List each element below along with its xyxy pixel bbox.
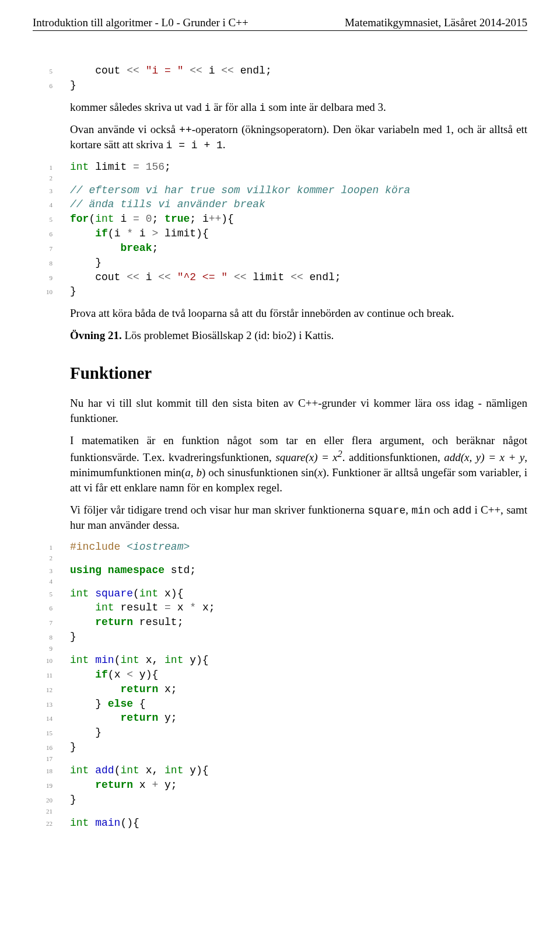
line-number: 5 xyxy=(33,215,70,224)
code-line: 7 return result; xyxy=(33,615,527,630)
code-content: #include <iostream> xyxy=(70,540,190,554)
paragraph-3: Prova att köra båda de två looparna så a… xyxy=(70,306,527,321)
code-content: } xyxy=(70,256,102,270)
line-number: 7 xyxy=(33,619,70,627)
code-line: 7 break; xyxy=(33,241,527,256)
code-line: 2 xyxy=(33,554,527,563)
code-content: // ända tills vi använder break xyxy=(70,197,265,212)
line-number: 14 xyxy=(33,714,70,723)
line-number: 5 xyxy=(33,67,70,76)
code-line: 21 xyxy=(33,807,527,816)
text: , xyxy=(405,504,411,516)
paragraph-1: kommer således skriva ut vad i är för al… xyxy=(70,100,527,115)
code-line: 4 xyxy=(33,577,527,586)
text: som inte är delbara med 3. xyxy=(266,101,386,113)
text: . xyxy=(223,138,226,151)
header-right: Matematikgymnasiet, Läsåret 2014-2015 xyxy=(345,16,527,29)
code-block-2: 1int limit = 156;23// eftersom vi har tr… xyxy=(33,160,527,299)
line-number: 4 xyxy=(33,577,70,586)
line-number: 15 xyxy=(33,729,70,738)
section-heading-funktioner: Funktioner xyxy=(70,364,527,383)
line-number: 6 xyxy=(33,604,70,613)
math: sin(x) xyxy=(301,466,326,479)
code-line: 9 xyxy=(33,644,527,653)
code-line: 10int min(int x, int y){ xyxy=(33,653,527,668)
code-content: return result; xyxy=(70,615,183,630)
math: add(x, y) = x + y xyxy=(444,452,524,464)
line-number: 9 xyxy=(33,644,70,653)
code-content: } xyxy=(70,740,76,755)
code-content: break; xyxy=(70,241,158,256)
code-content: return x; xyxy=(70,682,177,697)
inline-code: i xyxy=(205,102,211,114)
math: square(x) = x xyxy=(275,452,337,464)
code-content: } xyxy=(70,725,102,740)
line-number: 19 xyxy=(33,781,70,790)
code-content: } xyxy=(70,78,76,93)
code-line: 5for(int i = 0; true; i++){ xyxy=(33,212,527,226)
inline-code: i xyxy=(260,102,266,114)
text: och xyxy=(430,504,453,516)
text: kommer således skriva ut vad xyxy=(70,101,205,113)
code-line: 10} xyxy=(33,284,527,299)
code-content: if(x < y){ xyxy=(70,668,158,682)
code-line: 1#include <iostream> xyxy=(33,540,527,554)
line-number: 8 xyxy=(33,259,70,268)
page: Introduktion till algoritmer - L0 - Grun… xyxy=(0,0,560,861)
code-content: for(int i = 0; true; i++){ xyxy=(70,212,234,226)
text: och sinusfunktionen xyxy=(205,466,301,479)
code-content: } xyxy=(70,793,76,807)
line-number: 21 xyxy=(33,807,70,816)
line-number: 22 xyxy=(33,819,70,828)
math-sup: 2 xyxy=(338,449,342,459)
header-left: Introduktion till algoritmer - L0 - Grun… xyxy=(33,16,249,29)
code-line: 19 return x + y; xyxy=(33,778,527,793)
code-content: } xyxy=(70,630,76,644)
line-number: 4 xyxy=(33,201,70,210)
paragraph-5: I matematiken är en funktion något som t… xyxy=(70,433,527,495)
code-line: 5int square(int x){ xyxy=(33,587,527,601)
exercise-text: Lös problemet Biosällskap 2 (id: bio2) i… xyxy=(122,329,334,341)
code-line: 2 xyxy=(33,174,527,183)
code-line: 14 return y; xyxy=(33,711,527,725)
paragraph-2: Ovan använde vi också ++-operatorn (ökni… xyxy=(70,122,527,153)
code-line: 11 if(x < y){ xyxy=(33,668,527,682)
line-number: 10 xyxy=(33,657,70,665)
code-line: 1int limit = 156; xyxy=(33,160,527,174)
code-content: cout << "i = " << i << endl; xyxy=(70,64,272,78)
line-number: 10 xyxy=(33,288,70,296)
code-line: 18int add(int x, int y){ xyxy=(33,763,527,778)
paragraph-6: Vi följer vår tidigare trend och visar h… xyxy=(70,502,527,533)
code-content: int min(int x, int y){ xyxy=(70,653,209,668)
line-number: 2 xyxy=(33,174,70,183)
code-line: 3using namespace std; xyxy=(33,563,527,578)
line-number: 3 xyxy=(33,567,70,575)
paragraph-4: Nu har vi till slut kommit till den sist… xyxy=(70,396,527,425)
line-number: 17 xyxy=(33,755,70,763)
line-number: 6 xyxy=(33,230,70,239)
code-line: 3// eftersom vi har true som villkor kom… xyxy=(33,183,527,198)
code-line: 4// ända tills vi använder break xyxy=(33,197,527,212)
line-number: 7 xyxy=(33,245,70,253)
line-number: 12 xyxy=(33,686,70,694)
text: Vi följer vår tidigare trend och visar h… xyxy=(70,504,368,516)
code-line: 22int main(){ xyxy=(33,816,527,830)
code-content: } else { xyxy=(70,697,146,711)
line-number: 2 xyxy=(33,554,70,563)
code-content: return y; xyxy=(70,711,177,725)
line-number: 5 xyxy=(33,590,70,599)
text: är för alla xyxy=(211,101,259,113)
exercise-21: Övning 21. Lös problemet Biosällskap 2 (… xyxy=(70,328,527,343)
code-line: 12 return x; xyxy=(33,682,527,697)
code-content: int main(){ xyxy=(70,816,139,830)
code-line: 6} xyxy=(33,78,527,93)
inline-code: square xyxy=(368,505,406,516)
code-content: using namespace std; xyxy=(70,563,196,578)
inline-code: min xyxy=(411,505,430,516)
inline-code: add xyxy=(453,505,471,516)
math: min(a, b) xyxy=(164,466,205,479)
text: Ovan använde vi också xyxy=(70,123,179,135)
code-line: 6 int result = x * x; xyxy=(33,601,527,615)
code-line: 5 cout << "i = " << i << endl; xyxy=(33,64,527,78)
line-number: 18 xyxy=(33,767,70,776)
